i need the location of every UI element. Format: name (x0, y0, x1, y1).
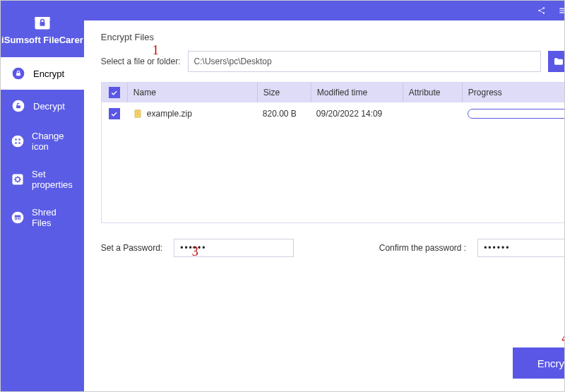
app-logo-icon (32, 12, 52, 32)
menu-icon[interactable] (558, 6, 565, 16)
sidebar-item-decrypt[interactable]: Decrypt (1, 90, 84, 122)
table-row[interactable]: example.zip 820.00 B 09/20/2022 14:09 0% (102, 102, 565, 125)
sidebar-item-label: Set properties (32, 169, 74, 190)
svg-rect-6 (16, 105, 20, 108)
titlebar (84, 1, 565, 20)
file-table: Name Size Modified time Attribute Progre… (101, 82, 565, 223)
app-title: iSumsoft FileCarer (1, 35, 83, 45)
file-picker-row: Select a file or folder: (101, 51, 565, 72)
svg-point-9 (18, 138, 20, 141)
content: Encrypt Files Select a file or folder: N… (84, 20, 565, 391)
header-checkbox[interactable] (102, 83, 127, 102)
sidebar: iSumsoft FileCarer Encrypt Decrypt Chang… (1, 1, 84, 391)
sidebar-nav: Encrypt Decrypt Change icon Set properti… (1, 57, 84, 237)
zip-file-icon (133, 108, 143, 119)
svg-point-16 (538, 10, 540, 11)
password-row: Set a Password: Confirm the password : (101, 239, 565, 257)
svg-rect-4 (16, 73, 20, 76)
col-attribute[interactable]: Attribute (403, 83, 462, 102)
sidebar-item-label: Change icon (32, 131, 74, 152)
action-row: Encrypt (101, 340, 565, 379)
col-progress[interactable]: Progress (462, 83, 565, 102)
gear-icon (11, 172, 25, 187)
sidebar-item-label: Decrypt (33, 101, 65, 112)
shred-icon (11, 210, 25, 225)
svg-point-8 (15, 138, 17, 141)
svg-rect-2 (40, 22, 44, 26)
col-size[interactable]: Size (257, 83, 311, 102)
svg-rect-15 (15, 215, 20, 218)
progress-bar (468, 109, 565, 119)
svg-point-7 (12, 136, 24, 148)
col-modified-time[interactable]: Modified time (311, 83, 403, 102)
share-icon[interactable] (537, 6, 547, 16)
col-name[interactable]: Name (127, 83, 257, 102)
sidebar-item-encrypt[interactable]: Encrypt (1, 57, 84, 90)
row-checkbox[interactable] (102, 102, 127, 125)
svg-point-11 (18, 142, 20, 144)
cell-size: 820.00 B (257, 102, 311, 125)
sidebar-item-shred-files[interactable]: Shred Files (1, 198, 84, 237)
sidebar-item-change-icon[interactable]: Change icon (1, 122, 84, 160)
svg-point-10 (15, 142, 17, 144)
main: Encrypt Files Select a file or folder: N… (84, 1, 565, 391)
svg-point-18 (543, 12, 545, 13)
file-name: example.zip (147, 109, 192, 119)
cell-mtime: 09/20/2022 14:09 (311, 102, 403, 125)
svg-point-14 (12, 212, 24, 224)
lock-icon (11, 66, 26, 81)
encrypt-button[interactable]: Encrypt (513, 348, 565, 379)
set-password-input[interactable] (174, 239, 294, 257)
confirm-password-label: Confirm the password : (379, 243, 466, 253)
set-password-label: Set a Password: (101, 243, 162, 253)
table-header: Name Size Modified time Attribute Progre… (102, 83, 565, 102)
svg-point-17 (543, 7, 545, 8)
browse-folder-button[interactable] (548, 51, 565, 72)
sidebar-item-label: Shred Files (32, 207, 74, 228)
confirm-password-input[interactable] (477, 239, 565, 257)
sidebar-item-set-properties[interactable]: Set properties (1, 160, 84, 198)
unlock-icon (11, 98, 26, 114)
cell-name: example.zip (127, 102, 257, 125)
folder-icon (553, 56, 564, 67)
picker-label: Select a file or folder: (101, 57, 181, 66)
brand: iSumsoft FileCarer (1, 1, 84, 50)
cell-attr (403, 102, 462, 125)
path-input[interactable] (188, 51, 542, 72)
grid-icon (11, 133, 25, 149)
cell-progress: 0% (462, 102, 565, 125)
page-title: Encrypt Files (101, 32, 565, 42)
sidebar-item-label: Encrypt (33, 69, 64, 79)
svg-rect-12 (13, 174, 23, 185)
